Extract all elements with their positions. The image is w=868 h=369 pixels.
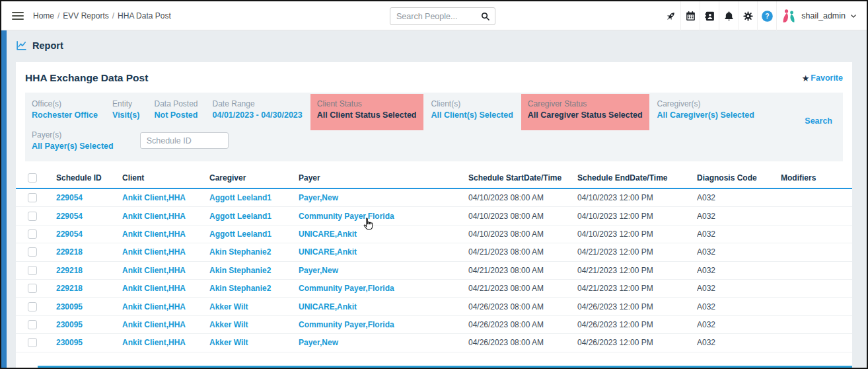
help-icon[interactable]: ? (757, 1, 776, 30)
gear-icon[interactable] (738, 1, 757, 30)
search-input[interactable] (390, 12, 480, 21)
cell-client[interactable]: Ankit Client,HHA (122, 247, 209, 257)
cell-payer[interactable]: UNICARE,Ankit (299, 247, 468, 257)
cell-client[interactable]: Ankit Client,HHA (122, 212, 209, 221)
filter-label: Date Range (213, 99, 303, 108)
hamburger-menu-icon[interactable] (12, 10, 24, 22)
row-checkbox[interactable] (28, 212, 37, 221)
cell-schedule-id[interactable]: 229218 (56, 266, 122, 275)
row-checkbox[interactable] (28, 247, 37, 257)
cell-caregiver[interactable]: Aggott Leeland1 (209, 193, 299, 202)
filter-caregiver-s[interactable]: Caregiver(s)All Caregiver(s) Selected (651, 94, 761, 130)
cell-payer[interactable]: UNICARE,Ankit (299, 229, 468, 239)
select-all-checkbox[interactable] (28, 173, 37, 183)
filter-client-s[interactable]: Client(s)All Client(s) Selected (425, 94, 520, 130)
row-checkbox[interactable] (28, 284, 37, 293)
cell-payer[interactable]: Community Payer,Florida (299, 320, 468, 329)
row-checkbox[interactable] (28, 229, 37, 239)
row-checkbox[interactable] (28, 193, 37, 202)
row-checkbox-cell (28, 302, 56, 311)
cell-client[interactable]: Ankit Client,HHA (122, 302, 209, 311)
cell-payer[interactable]: Payer,New (299, 266, 468, 275)
cell-client[interactable]: Ankit Client,HHA (122, 338, 209, 347)
filter-value[interactable]: Not Posted (154, 110, 198, 120)
row-checkbox[interactable] (28, 302, 37, 311)
people-search-box (390, 7, 495, 25)
cell-client[interactable]: Ankit Client,HHA (122, 266, 209, 275)
cell-caregiver[interactable]: Akker Wilt (209, 338, 299, 347)
table-row-7: 230095Ankit Client,HHAAkker WiltUNICARE,… (16, 298, 852, 315)
filter-entity[interactable]: EntityVisit(s) (106, 94, 146, 130)
table-bottom-scroll-edge[interactable] (38, 366, 852, 368)
user-menu[interactable]: shail_admin (800, 11, 860, 20)
rocket-icon[interactable] (661, 1, 680, 30)
filter-bar: Office(s)Rochester OfficeEntityVisit(s)D… (25, 93, 843, 161)
cell-caregiver[interactable]: Akker Wilt (209, 302, 299, 311)
favorite-label: Favorite (811, 73, 843, 83)
cell-caregiver[interactable]: Akin Stephanie2 (209, 247, 299, 257)
filter-value[interactable]: Rochester Office (32, 110, 98, 120)
cell-caregiver[interactable]: Aggott Leeland1 (209, 212, 299, 221)
filter-value[interactable]: All Payer(s) Selected (32, 142, 114, 151)
cell-diagnosis: A032 (697, 302, 781, 311)
table-row-1: 229054Ankit Client,HHAAggott Leeland1Pay… (16, 189, 852, 207)
search-button[interactable]: Search (805, 116, 832, 126)
cell-payer[interactable]: UNICARE,Ankit (299, 302, 468, 311)
search-icon[interactable] (480, 11, 490, 21)
row-checkbox[interactable] (28, 338, 37, 347)
schedule-id-input[interactable] (140, 132, 229, 149)
breadcrumb-item-home[interactable]: Home (33, 11, 54, 20)
filter-data-posted[interactable]: Data PostedNot Posted (147, 94, 204, 130)
contacts-icon[interactable] (700, 1, 719, 30)
filter-payer-s[interactable]: Payer(s)All Payer(s) Selected (25, 128, 120, 153)
filter-value[interactable]: All Client Status Selected (317, 110, 417, 120)
filter-caregiver-status[interactable]: Caregiver StatusAll Caregiver Status Sel… (521, 94, 649, 130)
company-logo (776, 1, 800, 30)
cell-schedule-id[interactable]: 229218 (56, 247, 122, 257)
filter-office-s[interactable]: Office(s)Rochester Office (25, 94, 104, 130)
cell-diagnosis: A032 (697, 320, 781, 329)
cell-client[interactable]: Ankit Client,HHA (122, 229, 209, 239)
cell-client[interactable]: Ankit Client,HHA (122, 193, 209, 202)
cell-caregiver[interactable]: Akin Stephanie2 (209, 266, 299, 275)
table-row-4: 229218Ankit Client,HHAAkin Stephanie2UNI… (16, 243, 852, 261)
report-card: HHA Exchange Data Post ★ Favorite Office… (16, 62, 852, 368)
cell-payer[interactable]: Payer,New (299, 338, 468, 347)
cell-start: 04/10/2023 08:00 AM (468, 193, 577, 202)
row-checkbox[interactable] (28, 320, 37, 329)
favorite-button[interactable]: ★ Favorite (802, 73, 843, 83)
cell-schedule-id[interactable]: 230095 (56, 302, 122, 311)
cell-start: 04/26/2023 08:00 AM (468, 320, 577, 329)
filter-value[interactable]: All Caregiver(s) Selected (657, 110, 754, 120)
filter-date-range[interactable]: Date Range04/01/2023 - 04/30/2023 (206, 94, 309, 130)
row-checkbox-cell (28, 284, 56, 293)
cell-schedule-id[interactable]: 230095 (56, 320, 122, 329)
cell-payer[interactable]: Community Payer,Florida (299, 284, 468, 293)
cell-client[interactable]: Ankit Client,HHA (122, 320, 209, 329)
filter-label: Payer(s) (32, 130, 114, 140)
cell-schedule-id[interactable]: 229218 (56, 284, 122, 293)
cell-diagnosis: A032 (697, 229, 781, 239)
filter-client-status[interactable]: Client StatusAll Client Status Selected (310, 94, 423, 130)
filter-value[interactable]: 04/01/2023 - 04/30/2023 (213, 110, 303, 120)
cell-schedule-id[interactable]: 229054 (56, 193, 122, 202)
cell-caregiver[interactable]: Akin Stephanie2 (209, 284, 299, 293)
filter-value[interactable]: Visit(s) (112, 110, 139, 120)
top-navigation-bar: Home/EVV Reports/HHA Data Post ? shail_a… (1, 1, 867, 30)
cell-caregiver[interactable]: Aggott Leeland1 (209, 229, 299, 239)
cell-schedule-id[interactable]: 230095 (56, 338, 122, 347)
cell-client[interactable]: Ankit Client,HHA (122, 284, 209, 293)
filter-value[interactable]: All Client(s) Selected (431, 110, 513, 120)
cell-schedule-id[interactable]: 229054 (56, 229, 122, 239)
cell-caregiver[interactable]: Akker Wilt (209, 320, 299, 329)
cell-payer[interactable]: Community Payer,Florida (299, 212, 468, 221)
cell-schedule-id[interactable]: 229054 (56, 212, 122, 221)
cell-end: 04/21/2023 12:00 PM (577, 284, 697, 293)
row-checkbox[interactable] (28, 266, 37, 275)
bell-icon[interactable] (719, 1, 738, 30)
cell-payer[interactable]: Payer,New (299, 193, 468, 202)
filter-value[interactable]: All Caregiver Status Selected (528, 110, 643, 120)
calendar-icon[interactable] (680, 1, 700, 30)
breadcrumb-item-evv-reports[interactable]: EVV Reports (63, 11, 108, 20)
filter-label: Caregiver(s) (657, 99, 754, 108)
